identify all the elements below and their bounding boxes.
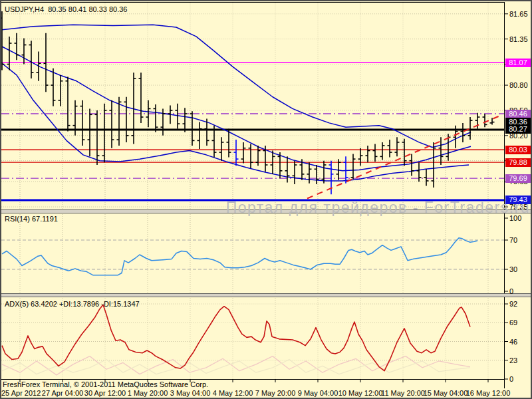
price-level-chip: 79.88 [505, 158, 531, 167]
adx-title: ADX(5) 63.4202 +DI:13.7896 -DI:15.1347 [5, 300, 140, 308]
date-label: 1 May 20:00 [124, 390, 172, 397]
rsi-tick-label: 70 [509, 237, 517, 244]
price-tick-label: 80.80 [509, 82, 528, 89]
chart-symbol-title: USDJPY,H4 80.35 80.41 80.33 80.36 [5, 5, 128, 13]
rsi-title: RSI(14) 67.1191 [5, 215, 58, 223]
adx-tick-label: 23 [509, 357, 517, 364]
terminal-copyright: FreshForex Terminal, © 2001-2011 MetaQuo… [3, 380, 208, 388]
rsi-tick-label: 30 [509, 266, 517, 273]
date-label: 7 May 20:00 [251, 390, 299, 397]
adx-tick-label: 0 [509, 376, 513, 383]
price-level-chip: 80.46 [505, 110, 531, 118]
adx-indicator-panel[interactable] [1, 297, 504, 379]
adx-tick-label: 92 [509, 301, 517, 308]
rsi-tick-label: 0 [509, 288, 513, 295]
price-tick-label: 81.35 [509, 36, 528, 43]
rsi-indicator-panel[interactable] [1, 213, 504, 293]
date-label: 15 May 04:00 [422, 390, 469, 397]
date-label: 27 Apr 04:00 [39, 390, 86, 397]
date-label: 16 May 12:00 [464, 390, 512, 397]
date-label: 30 Apr 12:00 [81, 390, 129, 397]
main-chart-panel[interactable] [1, 2, 504, 209]
price-level-chip: 80.03 [505, 146, 531, 154]
price-level-chip: 81.07 [505, 59, 531, 67]
date-label: 11 May 20:00 [379, 390, 427, 397]
price-tick-label: 81.65 [509, 11, 528, 18]
watermark-text: Портал для трейдеров - ForTraders.ru [226, 199, 530, 217]
price-level-chip: 79.69 [505, 174, 531, 183]
date-label: 9 May 04:00 [294, 390, 342, 397]
date-label: 10 May 12:00 [336, 390, 384, 397]
panel-splitter-rsi-adx[interactable] [0, 293, 532, 297]
adx-tick-label: 46 [509, 338, 517, 346]
date-label: 4 May 12:00 [209, 390, 257, 397]
date-label: 3 May 04:00 [166, 390, 214, 397]
adx-tick-label: 69 [509, 319, 517, 327]
price-level-chip: 79.43 [505, 196, 531, 204]
price-level-chip: 80.27 [505, 125, 531, 134]
date-label: 25 Apr 2012 [1, 390, 41, 397]
